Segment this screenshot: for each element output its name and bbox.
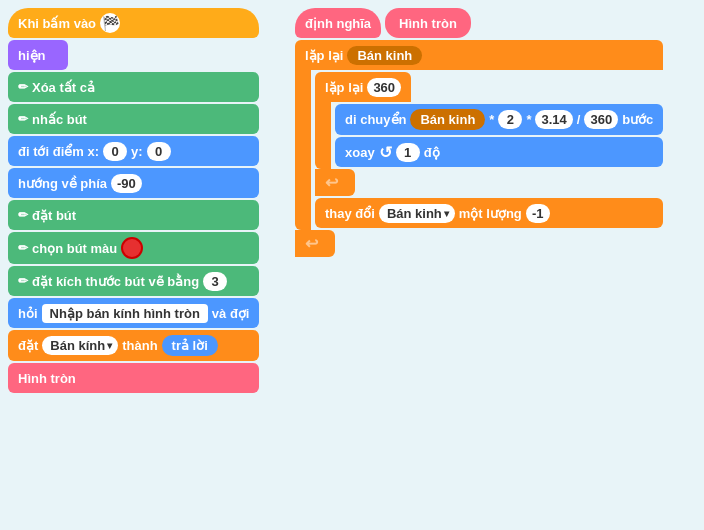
show-label: hiện	[18, 48, 46, 63]
move-div[interactable]: 360	[584, 110, 618, 129]
pen-size-label: đặt kích thước bút vẽ bằng	[32, 274, 199, 289]
direction-block[interactable]: hướng về phía -90	[8, 168, 259, 198]
move-mult2[interactable]: 3.14	[535, 110, 572, 129]
change-label: thay đổi	[325, 206, 375, 221]
ask-end: và đợi	[212, 306, 250, 321]
pen-color-label: chọn bút màu	[32, 241, 117, 256]
pencil-icon2: ✏	[18, 112, 28, 126]
pen-size-block[interactable]: ✏ đặt kích thước bút vẽ bằng 3	[8, 266, 259, 296]
color-swatch[interactable]	[121, 237, 143, 259]
change-var-block[interactable]: thay đổi Bán kinh một lượng -1	[315, 198, 663, 228]
goto-x-val[interactable]: 0	[103, 142, 127, 161]
answer-reporter: trả lời	[162, 335, 218, 356]
define-hat[interactable]: định nghĩa	[295, 8, 381, 38]
inner-loop-close-arrow: ↩	[325, 173, 338, 192]
loop2-label: lặp lại	[325, 80, 363, 95]
direction-label: hướng về phía	[18, 176, 107, 191]
turn-val[interactable]: 1	[396, 143, 420, 162]
pen-color-block[interactable]: ✏ chọn bút màu	[8, 232, 259, 264]
clear-label: Xóa tất cả	[32, 80, 95, 95]
pencil-icon5: ✏	[18, 274, 28, 288]
pen-down-block[interactable]: ✏ đặt bút	[8, 200, 259, 230]
move-mult1[interactable]: 2	[498, 110, 522, 129]
define-label: định nghĩa	[305, 16, 371, 31]
move-end: bước	[622, 112, 653, 127]
define-name-label: Hình tròn	[399, 16, 457, 31]
outer-loop[interactable]: lặp lại Bán kinh lặp lại 360	[295, 40, 663, 257]
move-mult1-label: *	[489, 112, 494, 127]
set-var-block[interactable]: đặt Bán kính thành trả lời	[8, 330, 259, 361]
turn-block[interactable]: xoay ↺ 1 độ	[335, 137, 663, 167]
pencil-icon3: ✏	[18, 208, 28, 222]
pen-size-val[interactable]: 3	[203, 272, 227, 291]
goto-y-label: y:	[131, 144, 143, 159]
change-mid: một lượng	[459, 206, 522, 221]
move-block[interactable]: di chuyển Bán kinh * 2 * 3.14 / 360 bước	[335, 104, 663, 135]
outer-loop-close-arrow: ↩	[305, 234, 318, 253]
move-mult2-label: *	[526, 112, 531, 127]
pen-up-label: nhấc bút	[32, 112, 87, 127]
turn-label: xoay	[345, 145, 375, 160]
change-val[interactable]: -1	[526, 204, 550, 223]
pencil-icon4: ✏	[18, 241, 28, 255]
custom-block-call[interactable]: Hình tròn	[8, 363, 259, 393]
show-block[interactable]: hiện	[8, 40, 68, 70]
bankinh-reporter: Bán kinh	[347, 46, 422, 65]
flag-icon: 🏁	[100, 13, 120, 33]
loop1-label: lặp lại	[305, 48, 343, 63]
clear-block[interactable]: ✏ Xóa tất cả	[8, 72, 259, 102]
turn-end: độ	[424, 145, 440, 160]
var-dropdown[interactable]: Bán kính	[42, 336, 118, 355]
goto-y-val[interactable]: 0	[147, 142, 171, 161]
ask-label: hỏi	[18, 306, 38, 321]
move-label: di chuyển	[345, 112, 406, 127]
pen-up-block[interactable]: ✏ nhấc bút	[8, 104, 259, 134]
goto-block[interactable]: đi tới điểm x: 0 y: 0	[8, 136, 259, 166]
direction-val[interactable]: -90	[111, 174, 142, 193]
custom-call-label: Hình tròn	[18, 371, 76, 386]
flag-label: Khi bấm vào	[18, 16, 96, 31]
ask-block[interactable]: hỏi Nhập bán kính hình tròn và đợi	[8, 298, 259, 328]
define-name[interactable]: Hình tròn	[385, 8, 471, 38]
move-div-label: /	[577, 112, 581, 127]
loop2-val[interactable]: 360	[367, 78, 401, 97]
set-label: đặt	[18, 338, 38, 353]
ask-input[interactable]: Nhập bán kính hình tròn	[42, 304, 208, 323]
move-var: Bán kinh	[410, 109, 485, 130]
change-var-dropdown[interactable]: Bán kinh	[379, 204, 455, 223]
set-mid: thành	[122, 338, 157, 353]
pencil-icon: ✏	[18, 80, 28, 94]
goto-label: đi tới điểm x:	[18, 144, 99, 159]
event-flag-block[interactable]: Khi bấm vào 🏁	[8, 8, 259, 38]
turn-icon: ↺	[379, 143, 392, 162]
pen-down-label: đặt bút	[32, 208, 76, 223]
inner-loop[interactable]: lặp lại 360 di chuyển Bán kinh * 2	[315, 72, 663, 196]
